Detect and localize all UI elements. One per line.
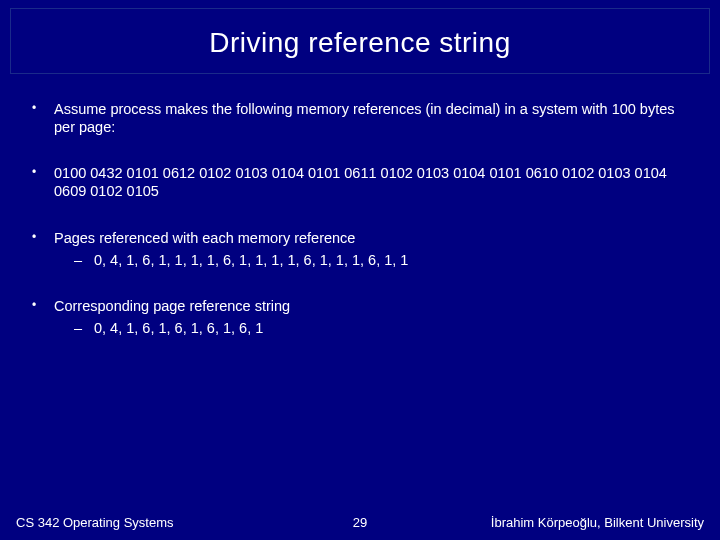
bullet-marker: • (32, 100, 54, 136)
bullet-marker: • (32, 164, 54, 200)
bullet-text: Assume process makes the following memor… (54, 100, 688, 136)
bullet-text: Pages referenced with each memory refere… (54, 230, 355, 246)
footer-page-number: 29 (353, 515, 367, 530)
footer-right: İbrahim Körpeoğlu, Bilkent University (491, 515, 704, 530)
bullet-text-wrap: Pages referenced with each memory refere… (54, 229, 688, 269)
sub-marker: – (74, 319, 94, 337)
footer-left: CS 342 Operating Systems (16, 515, 174, 530)
sub-bullet: – 0, 4, 1, 6, 1, 6, 1, 6, 1, 6, 1 (54, 319, 688, 337)
sub-text: 0, 4, 1, 6, 1, 6, 1, 6, 1, 6, 1 (94, 319, 263, 337)
bullet-item: • 0100 0432 0101 0612 0102 0103 0104 010… (32, 164, 688, 200)
title-container: Driving reference string (10, 8, 710, 74)
bullet-text: Corresponding page reference string (54, 298, 290, 314)
slide-footer: CS 342 Operating Systems 29 İbrahim Körp… (0, 515, 720, 530)
bullet-marker: • (32, 229, 54, 269)
slide-title: Driving reference string (21, 27, 699, 59)
bullet-text: 0100 0432 0101 0612 0102 0103 0104 0101 … (54, 164, 688, 200)
bullet-item: • Pages referenced with each memory refe… (32, 229, 688, 269)
bullet-item: • Corresponding page reference string – … (32, 297, 688, 337)
bullet-item: • Assume process makes the following mem… (32, 100, 688, 136)
slide-content: • Assume process makes the following mem… (0, 74, 720, 337)
bullet-marker: • (32, 297, 54, 337)
sub-text: 0, 4, 1, 6, 1, 1, 1, 1, 6, 1, 1, 1, 1, 6… (94, 251, 408, 269)
sub-marker: – (74, 251, 94, 269)
bullet-text-wrap: Corresponding page reference string – 0,… (54, 297, 688, 337)
sub-bullet: – 0, 4, 1, 6, 1, 1, 1, 1, 6, 1, 1, 1, 1,… (54, 251, 688, 269)
